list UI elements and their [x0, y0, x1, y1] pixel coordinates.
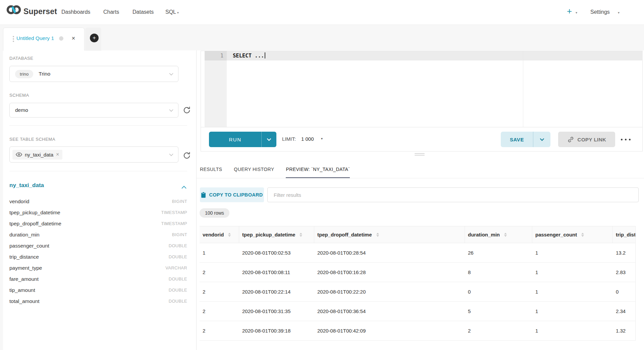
column-header-passenger[interactable]: passenger_count	[532, 226, 613, 243]
filter-results-field	[267, 187, 639, 202]
cell: 2020-08-01T00:08:11	[239, 263, 314, 282]
table-tag-label: ny_taxi_data	[25, 152, 53, 158]
query-tab-label[interactable]: Untitled Query 1	[16, 35, 54, 41]
tab-preview[interactable]: PREVIEW: `NY_TAXI_DATA`	[286, 161, 350, 178]
nav-settings[interactable]: Settings	[590, 9, 610, 15]
column-type: DOUBLE	[169, 276, 187, 281]
column-header-dropoff[interactable]: tpep_dropoff_datetime	[314, 226, 465, 243]
save-label[interactable]: SAVE	[501, 132, 533, 147]
table-schema-select[interactable]: ny_taxi_data ×	[9, 146, 178, 163]
pane-divider[interactable]	[196, 50, 197, 350]
database-value: Trino	[39, 71, 50, 77]
text-cursor	[265, 52, 265, 58]
sql-code-input[interactable]: SELECT ...	[233, 52, 265, 59]
refresh-schema-icon[interactable]	[182, 106, 191, 116]
table-tag[interactable]: ny_taxi_data ×	[12, 150, 62, 160]
cell: 1	[532, 263, 613, 282]
chevron-down-icon	[169, 107, 173, 113]
column-header-pickup[interactable]: tpep_pickup_datetime	[239, 226, 314, 243]
close-icon[interactable]: ✕	[71, 36, 75, 41]
column-name: tpep_pickup_datetime	[9, 210, 60, 216]
filter-results-input[interactable]	[267, 187, 639, 202]
chevron-up-icon[interactable]	[181, 184, 186, 190]
limit-value-dropdown[interactable]: 1 000	[301, 136, 314, 142]
column-header-trip-distance[interactable]: trip_distance	[613, 226, 636, 243]
chevron-down-icon: ▾	[177, 11, 179, 14]
sort-icon	[300, 233, 302, 237]
sort-icon	[504, 233, 507, 237]
query-tab[interactable]: Untitled Query 1 ✕	[3, 28, 85, 51]
column-header-vendorid[interactable]: vendorid	[200, 226, 239, 243]
cell: 8	[465, 263, 532, 282]
schema-label: SCHEMA	[9, 93, 29, 98]
brand-title[interactable]: Superset	[23, 7, 57, 16]
table-row: 2 2020-08-01T00:39:18 2020-08-01T00:42:0…	[200, 321, 635, 341]
nav-datasets[interactable]: Datasets	[132, 9, 154, 15]
more-actions-button[interactable]	[621, 139, 631, 140]
preview-table: vendorid tpep_pickup_datetime tpep_dropo…	[200, 226, 636, 341]
save-options-button[interactable]	[533, 132, 550, 147]
divider	[197, 178, 644, 178]
column-header-duration[interactable]: duration_min	[465, 226, 532, 243]
database-select[interactable]: trino Trino	[9, 66, 178, 82]
copy-to-clipboard-button[interactable]: COPY TO CLIPBOARD	[200, 187, 264, 202]
run-query-button[interactable]: RUN	[209, 132, 276, 147]
tab-results[interactable]: RESULTS	[200, 161, 222, 178]
copy-link-button[interactable]: COPY LINK	[558, 132, 615, 147]
tab-query-history[interactable]: QUERY HISTORY	[234, 161, 274, 178]
run-label[interactable]: RUN	[209, 132, 261, 147]
sql-editor-section: 1 SELECT ... RUN LIMIT: 1 000 ▾ SAVE COP…	[201, 51, 643, 151]
table-row: 1 2020-08-01T00:02:53 2020-08-01T00:28:5…	[200, 243, 635, 263]
save-query-button[interactable]: SAVE	[501, 132, 550, 147]
sort-icon	[376, 233, 379, 237]
column-item: duration_minBIGINT	[9, 229, 187, 240]
cell: 1	[200, 243, 239, 262]
table-explorer-title[interactable]: ny_taxi_data	[9, 182, 44, 189]
editor-line-number: 1	[205, 51, 227, 60]
nav-charts[interactable]: Charts	[103, 9, 119, 15]
database-label: DATABASE	[9, 56, 33, 61]
cell: 0	[465, 282, 532, 301]
column-type: DOUBLE	[169, 288, 187, 293]
column-type: DOUBLE	[169, 299, 187, 304]
column-type: VARCHAR	[165, 265, 187, 270]
results-tab-bar: RESULTS QUERY HISTORY PREVIEW: `NY_TAXI_…	[200, 161, 350, 178]
nav-sql[interactable]: SQL	[165, 9, 176, 15]
chevron-down-icon	[169, 71, 173, 77]
navbar: Superset Dashboards Charts Datasets SQL …	[0, 0, 644, 25]
column-type: BIGINT	[172, 199, 187, 204]
editor-active-line[interactable]	[227, 51, 643, 60]
cell: 2020-08-01T00:31:35	[239, 302, 314, 321]
nav-dashboards[interactable]: Dashboards	[61, 9, 90, 15]
cell: 26	[465, 243, 532, 262]
preview-table-header: vendorid tpep_pickup_datetime tpep_dropo…	[200, 226, 635, 243]
refresh-tables-icon[interactable]	[182, 151, 191, 161]
column-item: total_amountDOUBLE	[9, 296, 187, 307]
run-options-button[interactable]	[262, 132, 276, 147]
schema-select[interactable]: demo	[9, 103, 178, 118]
cell: 1.32	[613, 321, 636, 340]
cell: 1	[532, 321, 613, 340]
page-left-gutter	[0, 25, 3, 350]
pane-resize-handle[interactable]	[415, 153, 425, 157]
cell: 2020-08-01T00:22:20	[314, 282, 465, 301]
sql-code-text: SELECT ...	[233, 53, 264, 59]
chevron-down-icon[interactable]: ▾	[576, 11, 577, 14]
new-item-button[interactable]: +	[567, 7, 572, 15]
column-item: trip_distanceDOUBLE	[9, 251, 187, 262]
drag-handle-icon[interactable]	[13, 35, 14, 43]
superset-logo-icon[interactable]	[6, 4, 21, 16]
column-item: tpep_pickup_datetimeTIMESTAMP	[9, 207, 187, 218]
cell: 2020-08-01T00:39:18	[239, 321, 314, 340]
cell: 2	[200, 263, 239, 282]
column-name: payment_type	[9, 265, 42, 271]
add-tab-button[interactable]: +	[90, 34, 99, 42]
column-type: TIMESTAMP	[161, 210, 187, 215]
cell: 2020-08-01T00:42:09	[314, 321, 465, 340]
remove-icon[interactable]: ×	[56, 151, 59, 158]
cell: 13.2	[613, 243, 636, 262]
chevron-down-icon[interactable]: ▾	[321, 137, 323, 140]
column-name: total_amount	[9, 298, 40, 304]
cell: 5	[465, 302, 532, 321]
chevron-down-icon	[169, 151, 173, 158]
